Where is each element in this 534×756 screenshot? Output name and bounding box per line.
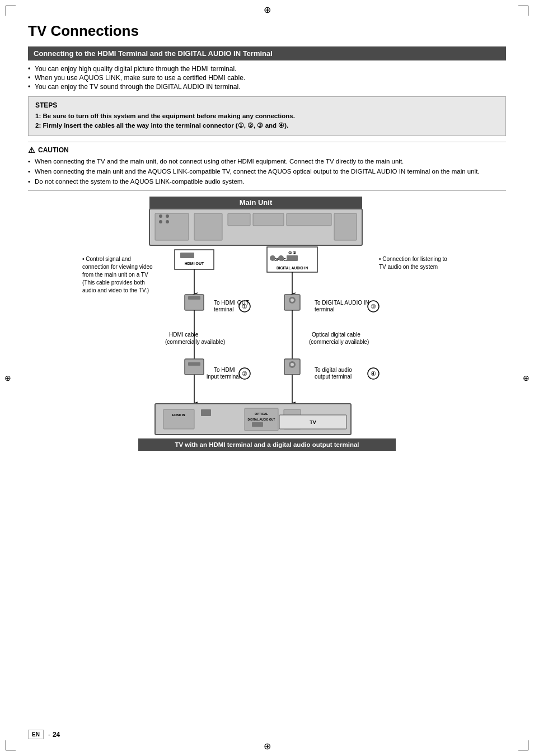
svg-rect-46 xyxy=(163,409,194,429)
svg-text:③: ③ xyxy=(371,303,376,310)
to-digital-audio-out-label2: output terminal xyxy=(315,374,352,380)
footer-lang: EN xyxy=(28,730,44,739)
corner-mark-bl xyxy=(6,740,16,750)
corner-mark-tr xyxy=(518,6,528,16)
section-header: Connecting to the HDMI Terminal and the … xyxy=(28,46,506,60)
tv-label: TV xyxy=(310,419,316,425)
steps-box: STEPS 1: Be sure to turn off this system… xyxy=(28,96,506,136)
side-mark-left: ⊕ xyxy=(4,374,11,382)
caution-icon: ⚠ xyxy=(28,146,35,155)
to-digital-audio-in-label2: terminal xyxy=(315,306,335,312)
caution-title: ⚠ CAUTION xyxy=(28,146,506,155)
svg-text:DIGITAL AUDIO IN: DIGITAL AUDIO IN xyxy=(277,266,308,270)
bullet-2: When you use AQUOS LINK, make sure to us… xyxy=(28,74,506,82)
hdmi-cable-label2: (commercially available) xyxy=(165,339,225,345)
crosshair-bottom: ⊕ xyxy=(264,741,271,752)
svg-text:① ②: ① ② xyxy=(288,251,297,255)
footer-dash: - xyxy=(48,731,50,739)
caution-label: CAUTION xyxy=(38,146,69,154)
bullet-3: You can enjoy the TV sound through the D… xyxy=(28,83,506,91)
caution-item-3: Do not connect the system to the AQUOS L… xyxy=(28,177,506,186)
svg-point-18 xyxy=(278,255,284,261)
svg-rect-6 xyxy=(287,213,331,226)
optical-cable-label: Optical digital cable xyxy=(312,332,360,338)
svg-rect-7 xyxy=(334,213,357,240)
svg-text:④: ④ xyxy=(371,370,376,377)
svg-point-17 xyxy=(270,255,275,261)
crosshair-top: ⊕ xyxy=(264,4,271,15)
caution-list: When connecting the TV and the main unit… xyxy=(28,157,506,186)
caution-item-1: When connecting the TV and the main unit… xyxy=(28,157,506,166)
step-1: 1: Be sure to turn off this system and t… xyxy=(35,113,295,119)
svg-text:OPTICAL: OPTICAL xyxy=(255,412,269,416)
optical-cable-label2: (commercially available) xyxy=(309,339,369,345)
to-digital-audio-out-label: To digital audio xyxy=(315,367,352,373)
svg-rect-48 xyxy=(201,409,211,416)
intro-bullets: You can enjoy high quality digital pictu… xyxy=(28,65,506,91)
svg-rect-25 xyxy=(185,359,204,375)
left-annotation: • Control signal and connection for view… xyxy=(82,255,155,295)
svg-rect-13 xyxy=(180,253,194,258)
corner-mark-tl xyxy=(6,6,16,16)
hdmi-out-label: HDMI OUT xyxy=(185,262,204,265)
svg-rect-5 xyxy=(253,213,284,226)
svg-text:HDMI IN: HDMI IN xyxy=(172,413,185,417)
svg-point-9 xyxy=(166,214,169,218)
to-hdmi-out-label2: terminal xyxy=(214,306,234,312)
svg-rect-19 xyxy=(287,255,298,261)
hdmi-cable-label: HDMI cable xyxy=(169,332,199,338)
svg-point-33 xyxy=(291,298,294,302)
svg-point-11 xyxy=(166,220,169,223)
svg-point-37 xyxy=(291,363,294,366)
footer-page: 24 xyxy=(53,731,60,739)
right-annotation: • Connection for listening to TV audio o… xyxy=(379,255,452,271)
page-title: TV Connections xyxy=(28,22,506,40)
side-mark-right: ⊕ xyxy=(523,374,530,382)
steps-title: STEPS xyxy=(35,101,499,109)
svg-rect-26 xyxy=(188,362,200,366)
svg-point-10 xyxy=(159,220,162,223)
corner-mark-br xyxy=(518,740,528,750)
to-hdmi-input-label: To HDMI xyxy=(214,367,236,373)
main-unit-label: Main Unit xyxy=(240,198,273,207)
step-2: 2: Firmly insert the cables all the way … xyxy=(35,122,288,129)
page-footer: EN - 24 xyxy=(28,730,506,739)
to-hdmi-input-label2: input terminal xyxy=(207,374,240,380)
svg-rect-23 xyxy=(188,296,200,300)
svg-text:①: ① xyxy=(242,303,247,310)
svg-text:DIGITAL AUDIO OUT: DIGITAL AUDIO OUT xyxy=(248,418,275,421)
svg-point-8 xyxy=(159,214,162,218)
to-digital-audio-in-label: To DIGITAL AUDIO IN xyxy=(315,300,369,306)
svg-rect-4 xyxy=(228,213,250,226)
svg-rect-52 xyxy=(252,422,263,427)
bullet-1: You can enjoy high quality digital pictu… xyxy=(28,65,506,73)
svg-text:②: ② xyxy=(242,370,247,377)
caution-section: ⚠ CAUTION When connecting the TV and the… xyxy=(28,142,506,191)
svg-rect-3 xyxy=(194,213,222,240)
caution-item-2: When connecting the main unit and the AQ… xyxy=(28,167,506,176)
connection-diagram: Main Unit HDMI OUT ① ② OPTICAL DIGITAL A… xyxy=(82,197,452,577)
tv-caption: TV with an HDMI terminal and a digital a… xyxy=(175,441,359,448)
